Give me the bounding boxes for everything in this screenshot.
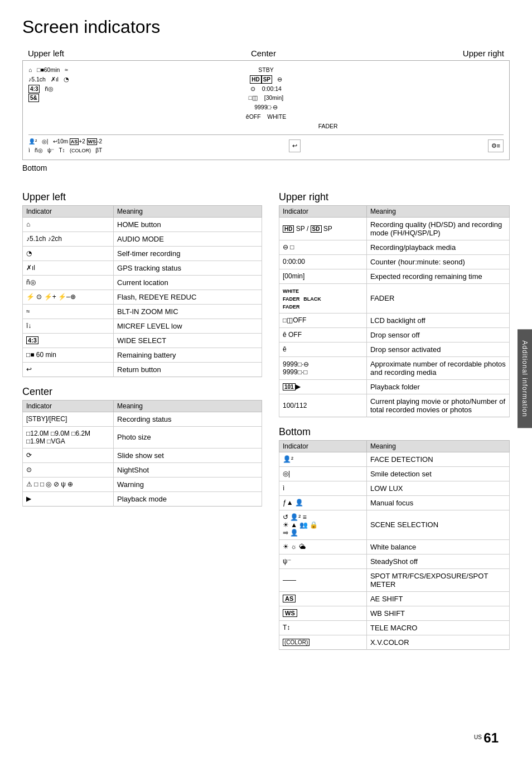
- table-row: ⌂HOME button: [23, 217, 262, 232]
- meaning-cell: WIDE SELECT: [114, 333, 262, 348]
- meaning-cell: Manual focus: [366, 495, 509, 510]
- ur-col-meaning: Meaning: [366, 205, 509, 217]
- indicator-cell: 101▶: [279, 379, 367, 394]
- indicator-cell: WHITEFADER BLACKFADER: [279, 283, 367, 313]
- ul-col-meaning: Meaning: [114, 205, 262, 217]
- table-row: ◔Self-timer recording: [23, 246, 262, 261]
- indicator-cell: □◫OFF: [279, 313, 367, 327]
- indicator-cell: ◎|: [279, 466, 367, 481]
- indicator-cell: (COLOR): [279, 635, 367, 649]
- table-row: [STBY]/[REC]Recording status: [23, 412, 262, 426]
- table-row: □◫OFFLCD backlight off: [279, 313, 510, 327]
- right-column: Upper right Indicator Meaning HD SP / SD…: [279, 184, 510, 659]
- table-row: 0:00:00Counter (hour:minute: seond): [279, 254, 510, 269]
- table-row: ☀ ☼ 🌥White balance: [279, 539, 510, 554]
- table-row: î↓MICREF LEVEL low: [23, 319, 262, 333]
- meaning-cell: SPOT MTR/FCS/EXPOSURE/SPOT METER: [366, 568, 509, 591]
- indicator-cell: ✗ıl: [23, 261, 114, 275]
- indicator-cell: HD SP / SD SP: [279, 217, 367, 240]
- table-row: êDrop sensor activated: [279, 342, 510, 356]
- upper-left-table: Indicator Meaning ⌂HOME button♪5.1ch ♪2c…: [22, 205, 262, 377]
- indicator-cell: ≈: [23, 304, 114, 319]
- table-row: ↺ 👤² ≡☀ ▲ 👥 🔒⥤ 👤SCENE SELECTION: [279, 510, 510, 539]
- indicator-cell: □12.0M □9.0M □6.2M □1.9M □VGA: [23, 426, 114, 448]
- table-row: □12.0M □9.0M □6.2M □1.9M □VGAPhoto size: [23, 426, 262, 448]
- indicator-cell: ◔: [23, 246, 114, 261]
- diag-right: [349, 65, 504, 75]
- meaning-cell: Recording/playback media: [366, 240, 509, 254]
- meaning-cell: WB SHIFT: [366, 606, 509, 620]
- indicator-cell: 9999□·⊖9999□·□: [279, 356, 367, 379]
- diag-label-upper-right: Upper right: [463, 49, 504, 58]
- table-row: ▶Playback mode: [23, 491, 262, 506]
- meaning-cell: Expected recording remaining time: [366, 269, 509, 283]
- meaning-cell: Playback folder: [366, 379, 509, 394]
- meaning-cell: Drop sensor off: [366, 327, 509, 342]
- indicator-cell: ⌂: [23, 217, 114, 232]
- indicator-cell: ê OFF: [279, 327, 367, 342]
- b-col-meaning: Meaning: [366, 440, 509, 452]
- diag-label-center: Center: [251, 49, 276, 58]
- table-row: □■ 60 minRemaining battery: [23, 348, 262, 362]
- bottom-section: Bottom Indicator Meaning 👤²FACE DETECTIO…: [279, 426, 510, 650]
- diagram-area: Upper left Center Upper right ⌂ □■60min …: [22, 49, 510, 172]
- indicator-cell: ♪5.1ch ♪2ch: [23, 232, 114, 246]
- table-row: ≈BLT-IN ZOOM MIC: [23, 304, 262, 319]
- meaning-cell: Warning: [114, 477, 262, 491]
- diag-label-upper-left: Upper left: [28, 49, 64, 58]
- indicator-cell: 0:00:00: [279, 254, 367, 269]
- table-row: ⊖ □Recording/playback media: [279, 240, 510, 254]
- table-row: ↩Return button: [23, 362, 262, 377]
- upper-right-title: Upper right: [279, 191, 510, 203]
- upper-left-section: Upper left Indicator Meaning ⌂HOME butto…: [22, 191, 262, 377]
- table-row: ——SPOT MTR/FCS/EXPOSURE/SPOT METER: [279, 568, 510, 591]
- table-row: WSWB SHIFT: [279, 606, 510, 620]
- meaning-cell: Playback mode: [114, 491, 262, 506]
- meaning-cell: Return button: [114, 362, 262, 377]
- diag-center: STBY HDSP ⊖ ⊙ 0:00:14 □◫ [30min] 9999□·⊖…: [188, 65, 343, 131]
- meaning-cell: LCD backlight off: [366, 313, 509, 327]
- meaning-cell: BLT-IN ZOOM MIC: [114, 304, 262, 319]
- diagram-box: ⌂ □■60min ≈ ♪5.1ch ✗ıl ◔ 4:3 ñ◎ 5& STBY …: [22, 60, 510, 160]
- table-row: 101▶Playback folder: [279, 379, 510, 394]
- indicator-cell: ƒ▲ 👤: [279, 495, 367, 510]
- ur-col-indicator: Indicator: [279, 205, 367, 217]
- indicator-cell: ☀ ☼ 🌥: [279, 539, 367, 554]
- c-col-indicator: Indicator: [23, 400, 114, 412]
- table-row: ◎|Smile detection set: [279, 466, 510, 481]
- meaning-cell: White balance: [366, 539, 509, 554]
- table-row: ê OFFDrop sensor off: [279, 327, 510, 342]
- table-row: (COLOR)X.V.COLOR: [279, 635, 510, 649]
- table-row: ⚠ □ □ ◎ ⊘ ψ ⊕Warning: [23, 477, 262, 491]
- meaning-cell: Counter (hour:minute: seond): [366, 254, 509, 269]
- meaning-cell: Approximate number of recordable photos …: [366, 356, 509, 379]
- meaning-cell: MICREF LEVEL low: [114, 319, 262, 333]
- diag-bottom-row: 👤² ◎| ↩10m AS+2 WS-2 ì ñ◎ ψ⁻ T↕ (COLOR) …: [28, 134, 504, 155]
- upper-left-title: Upper left: [22, 191, 262, 203]
- indicator-cell: □■ 60 min: [23, 348, 114, 362]
- upper-right-table: Indicator Meaning HD SP / SD SPRecording…: [279, 205, 510, 417]
- side-tab: Additional information: [518, 329, 532, 428]
- bottom-title: Bottom: [279, 426, 510, 438]
- diag-bottom-label: Bottom: [22, 163, 510, 172]
- indicator-cell: ⊖ □: [279, 240, 367, 254]
- meaning-cell: Recording status: [114, 412, 262, 426]
- table-row: ƒ▲ 👤Manual focus: [279, 495, 510, 510]
- table-row: 9999□·⊖9999□·□Approximate number of reco…: [279, 356, 510, 379]
- indicator-cell: ↩: [23, 362, 114, 377]
- bottom-table: Indicator Meaning 👤²FACE DETECTION◎|Smil…: [279, 440, 510, 650]
- table-row: [00min]Expected recording remaining time: [279, 269, 510, 283]
- meaning-cell: Photo size: [114, 426, 262, 448]
- table-row: 100/112Current playing movie or photo/Nu…: [279, 394, 510, 417]
- meaning-cell: Current playing movie or photo/Number of…: [366, 394, 509, 417]
- ul-col-indicator: Indicator: [23, 205, 114, 217]
- meaning-cell: AUDIO MODE: [114, 232, 262, 246]
- meaning-cell: Remaining battery: [114, 348, 262, 362]
- table-row: ♪5.1ch ♪2chAUDIO MODE: [23, 232, 262, 246]
- indicator-cell: AS: [279, 591, 367, 606]
- indicator-cell: 100/112: [279, 394, 367, 417]
- indicator-cell: ⟳: [23, 448, 114, 462]
- indicator-cell: ⚠ □ □ ◎ ⊘ ψ ⊕: [23, 477, 114, 491]
- meaning-cell: Current location: [114, 275, 262, 290]
- indicator-cell: ψ⁻: [279, 554, 367, 568]
